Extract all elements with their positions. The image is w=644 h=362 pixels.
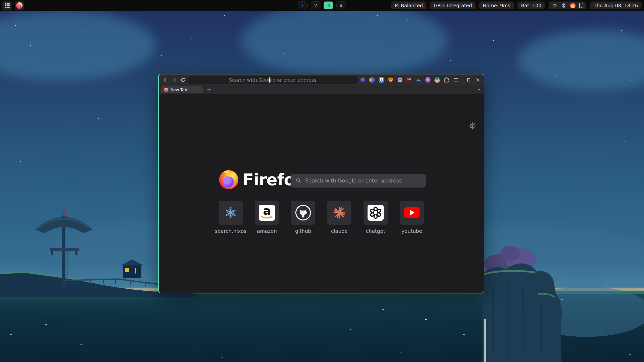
phone-icon[interactable] (579, 3, 583, 8)
bluetooth-icon[interactable] (561, 3, 566, 8)
ghostery-ghost-extension-icon[interactable] (397, 77, 403, 83)
close-icon (476, 78, 480, 82)
shortcut-label: search.nixos (215, 228, 247, 234)
cloud (518, 30, 644, 90)
blue-arc-vpn-extension-icon[interactable] (415, 77, 422, 83)
puzzle-icon (444, 77, 450, 83)
system-tray (549, 2, 586, 9)
new-tab-button[interactable]: + (206, 86, 213, 93)
cloud (0, 10, 156, 80)
newtab-search-bar[interactable] (291, 174, 426, 188)
amazon-icon: a (259, 205, 275, 221)
shortcut-label: github (295, 228, 311, 234)
clock: Thu Aug 08, 18:26 (590, 2, 641, 9)
flame-icon[interactable] (570, 3, 576, 8)
firefox-launcher-button[interactable] (15, 1, 24, 10)
chevron-right-icon (172, 77, 177, 83)
text-caret (269, 77, 270, 82)
purple-hex-snowflake-extension-icon[interactable]: ✶ (425, 77, 431, 83)
shortcut-label: amazon (257, 228, 277, 234)
sea (0, 291, 644, 362)
chevron-left-icon (163, 77, 168, 83)
power-profile-status: P: Balanced (391, 2, 426, 9)
shortcut-label: chatgpt (366, 228, 385, 234)
top-status-bar: 1 2 3 4 P: Balanced GPU: Integrated Home… (0, 0, 644, 11)
workspace-2[interactable]: 2 (311, 2, 320, 9)
wifi-icon[interactable] (552, 3, 557, 8)
search-icon (296, 178, 302, 184)
workspace-4[interactable]: 4 (337, 2, 346, 9)
tab-new-tab[interactable]: New Tab (161, 86, 203, 93)
network-latency-status: Home: 9ms (479, 2, 514, 9)
browser-toolbar: UO ✶ (159, 74, 484, 85)
shortcut-amazon[interactable]: a amazon (255, 201, 279, 234)
chatgpt-knot-icon (368, 205, 384, 221)
forward-button[interactable] (171, 77, 177, 83)
goggles-face-extension-icon[interactable] (434, 77, 440, 83)
personalize-button[interactable] (469, 122, 476, 131)
back-button[interactable] (162, 77, 168, 83)
purple-diamond-extension-icon[interactable] (359, 77, 366, 83)
firefox-logo (219, 170, 238, 189)
app-grid-icon (5, 3, 10, 8)
shortcut-label: claude (331, 228, 348, 234)
shortcut-label: youtube (401, 228, 422, 234)
claude-starburst-icon (333, 206, 346, 219)
shortcut-chatgpt[interactable]: chatgpt (364, 201, 388, 234)
tab-bar: New Tab + (159, 85, 484, 94)
maximize-button[interactable] (467, 77, 470, 83)
gpu-status: GPU: Integrated (430, 2, 475, 9)
github-octocat-icon (295, 205, 311, 220)
gear-icon (469, 122, 476, 130)
list-all-tabs-button[interactable] (476, 87, 482, 94)
metamask-fox-extension-icon[interactable] (387, 77, 394, 83)
nixos-snowflake-icon (224, 206, 238, 220)
shortcut-claude[interactable]: claude (327, 201, 351, 234)
window-controls (458, 77, 480, 83)
desktop: 1 2 3 4 P: Balanced GPU: Integrated Home… (0, 0, 644, 362)
blue-orange-swirl-extension-icon[interactable] (369, 77, 375, 83)
shortcut-youtube[interactable]: youtube (400, 201, 424, 234)
extensions-puzzle-button[interactable] (443, 77, 450, 83)
shortcut-tiles: search.nixos a amazon (159, 201, 484, 234)
workspace-1[interactable]: 1 (298, 2, 308, 9)
minimize-icon (458, 80, 462, 80)
ublock-origin-extension-icon[interactable]: UO (406, 77, 413, 83)
reload-button[interactable] (180, 77, 186, 83)
extension-icons-row: UO ✶ (359, 77, 459, 83)
youtube-play-icon (404, 207, 420, 218)
maximize-icon (467, 78, 470, 81)
chevron-down-icon (476, 87, 482, 93)
firefox-favicon (164, 88, 168, 92)
firefox-window: UO ✶ (158, 74, 484, 293)
reload-icon (180, 77, 186, 83)
workspace-3-active[interactable]: 3 (324, 2, 333, 9)
blue-shield-lock-extension-icon[interactable] (378, 77, 385, 83)
sea-sparkles (0, 294, 2, 295)
url-bar[interactable] (187, 76, 358, 84)
url-input[interactable] (187, 76, 358, 84)
tab-label: New Tab (170, 87, 187, 92)
hamburger-icon (454, 78, 458, 81)
app-launcher-button[interactable] (3, 1, 12, 10)
shortcut-github[interactable]: github (291, 201, 315, 234)
newtab-page: Firefox (159, 94, 484, 293)
firefox-icon (16, 2, 23, 9)
battery-status: Bat: 100 (517, 2, 545, 9)
workspace-switcher: 1 2 3 4 (298, 2, 346, 9)
cloud (242, 3, 448, 78)
shortcut-search-nixos[interactable]: search.nixos (219, 201, 243, 234)
minimize-button[interactable] (458, 77, 462, 83)
close-button[interactable] (476, 77, 480, 83)
newtab-search-input[interactable] (305, 178, 423, 184)
